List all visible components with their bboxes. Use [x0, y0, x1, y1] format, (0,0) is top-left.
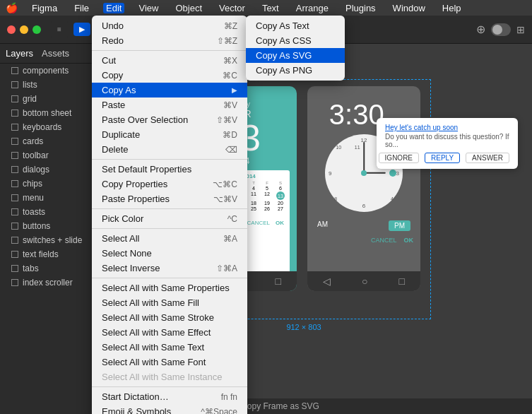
time-label: 3:30 — [329, 100, 384, 129]
ignore-button[interactable]: IGNORE — [379, 153, 419, 163]
menu-item-select-same-font[interactable]: Select All with Same Font — [92, 355, 247, 369]
assets-tab[interactable]: Assets — [42, 48, 69, 59]
hour-hand — [364, 172, 386, 174]
clock-actions: CANCEL OK — [314, 237, 413, 244]
layer-icon — [11, 279, 18, 286]
maximize-button[interactable] — [32, 25, 41, 34]
menu-item-copy[interactable]: Copy ⌘C — [92, 68, 247, 83]
layer-icon — [11, 223, 18, 230]
text-menu-item[interactable]: Text — [259, 3, 282, 13]
menu-separator-5 — [92, 278, 247, 278]
window-menu-item[interactable]: Window — [390, 3, 428, 13]
reply-button[interactable]: REPLY — [425, 153, 460, 163]
menu-item-select-same-effect[interactable]: Select All with Same Effect — [92, 325, 247, 340]
submenu-item-copy-as-svg[interactable]: Copy As SVG — [246, 48, 345, 63]
menu-item-select-inverse[interactable]: Select Inverse ⇧⌘A — [92, 261, 247, 276]
minute-hand — [363, 142, 365, 173]
menu-separator-4 — [92, 228, 247, 229]
am-label: AM — [317, 220, 328, 231]
layer-icon — [11, 124, 18, 131]
close-button[interactable] — [7, 25, 16, 34]
move-tool[interactable]: ▶ — [73, 23, 90, 36]
menu-item-emoji[interactable]: Emoji & Symbols ^⌘Space — [92, 404, 247, 414]
menu-item-undo[interactable]: Undo ⌘Z — [92, 18, 247, 33]
menu-item-select-same-stroke[interactable]: Select All with Same Stroke — [92, 310, 247, 325]
layer-icon — [11, 251, 18, 258]
layer-icon — [11, 67, 18, 74]
menu-item-duplicate[interactable]: Duplicate ⌘D — [92, 127, 247, 142]
apple-menu[interactable]: 🍎 — [6, 2, 18, 13]
share-icon[interactable]: ⊕ — [476, 23, 485, 36]
layer-icon — [11, 110, 18, 117]
home-icon-2: ○ — [362, 276, 367, 287]
ampm-row: AM PM — [314, 220, 413, 231]
menu-separator-6 — [92, 386, 247, 387]
menu-item-select-same-properties[interactable]: Select All with Same Properties — [92, 280, 247, 295]
layer-icon — [11, 81, 18, 88]
figma-menu-item[interactable]: Figma — [29, 3, 60, 13]
layer-icon — [11, 194, 18, 201]
cancel-label: CANCEL — [247, 220, 270, 226]
layers-tab[interactable]: Layers — [6, 48, 33, 59]
layer-icon — [11, 180, 18, 187]
phone-frame-2: 3:30 AM 12 3 6 9 2 10 11 4 8 — [307, 86, 420, 291]
theme-toggle[interactable] — [491, 23, 511, 36]
menu-item-select-same-text[interactable]: Select All with Same Text — [92, 340, 247, 355]
menu-bar: 🍎 Figma File Edit View Object Vector Tex… — [0, 0, 532, 16]
notification-popup: Hey let's catch up soon Do you want to d… — [377, 118, 518, 169]
status-bar: Figma: Copy Frame as SVG — [0, 398, 532, 414]
menu-item-cut[interactable]: Cut ⌘X — [92, 53, 247, 68]
file-menu-item[interactable]: File — [71, 3, 92, 13]
clock-center-dot — [361, 170, 367, 176]
layer-icon — [11, 138, 18, 145]
phone-screen-clock: 3:30 AM 12 3 6 9 2 10 11 4 8 — [307, 86, 420, 291]
menu-item-copy-properties[interactable]: Copy Properties ⌥⌘C — [92, 177, 247, 191]
clock-ok-btn[interactable]: OK — [404, 237, 414, 244]
edit-menu-item[interactable]: Edit — [103, 3, 124, 13]
pm-label: PM — [389, 220, 410, 231]
menu-item-redo[interactable]: Redo ⇧⌘Z — [92, 33, 247, 48]
menu-item-set-default[interactable]: Set Default Properties — [92, 162, 247, 177]
submenu-item-copy-as-css[interactable]: Copy As CSS — [246, 33, 345, 48]
hamburger-button[interactable]: ≡ — [51, 21, 68, 38]
menu-separator-3 — [92, 208, 247, 209]
arrange-menu-item[interactable]: Arrange — [293, 3, 331, 13]
edit-menu-dropdown: Undo ⌘Z Redo ⇧⌘Z Cut ⌘X Copy ⌘C Copy As … — [92, 16, 247, 414]
plugins-menu-item[interactable]: Plugins — [343, 3, 379, 13]
back-icon-2: ◁ — [323, 276, 331, 287]
object-menu-item[interactable]: Object — [172, 3, 205, 13]
layer-icon — [11, 265, 18, 272]
notification-text: Do you want to discuss this question? If… — [385, 133, 509, 148]
menu-item-select-same-fill[interactable]: Select All with Same Fill — [92, 295, 247, 310]
layer-icon — [11, 166, 18, 173]
menu-item-pick-color[interactable]: Pick Color ^C — [92, 211, 247, 226]
menu-item-paste-over[interactable]: Paste Over Selection ⇧⌘V — [92, 112, 247, 127]
menu-item-select-all[interactable]: Select All ⌘A — [92, 231, 247, 246]
apps-icon: □ — [276, 276, 281, 287]
layers-icon[interactable]: ⊞ — [516, 24, 525, 35]
menu-item-start-dictation[interactable]: Start Dictation… fn fn — [92, 389, 247, 404]
layer-icon — [11, 208, 18, 215]
clock-indicator — [389, 170, 396, 177]
apps-icon-2: □ — [399, 276, 405, 287]
help-menu-item[interactable]: Help — [439, 3, 464, 13]
menu-item-copy-as[interactable]: Copy As ▶ — [92, 83, 247, 97]
menu-item-paste[interactable]: Paste ⌘V — [92, 97, 247, 112]
minimize-button[interactable] — [20, 25, 28, 34]
ok-label: OK — [276, 220, 284, 226]
selection-dimensions: 912 × 803 — [286, 323, 321, 331]
vector-menu-item[interactable]: Vector — [216, 3, 248, 13]
view-menu-item[interactable]: View — [136, 3, 161, 13]
menu-separator — [92, 50, 247, 51]
menu-separator-2 — [92, 159, 247, 160]
menu-item-select-none[interactable]: Select None — [92, 246, 247, 261]
answer-button[interactable]: ANSWER — [466, 153, 509, 163]
phone-nav-bar-2: ◁ ○ □ — [307, 271, 420, 291]
traffic-lights — [7, 25, 41, 34]
menu-item-paste-properties[interactable]: Paste Properties ⌥⌘V — [92, 191, 247, 206]
clock-cancel-btn[interactable]: CANCEL — [371, 237, 397, 244]
submenu-item-copy-as-png[interactable]: Copy As PNG — [246, 63, 345, 78]
submenu-item-copy-as-text[interactable]: Copy As Text — [246, 18, 345, 33]
notification-title[interactable]: Hey let's catch up soon — [385, 124, 509, 131]
menu-item-delete[interactable]: Delete ⌫ — [92, 142, 247, 157]
